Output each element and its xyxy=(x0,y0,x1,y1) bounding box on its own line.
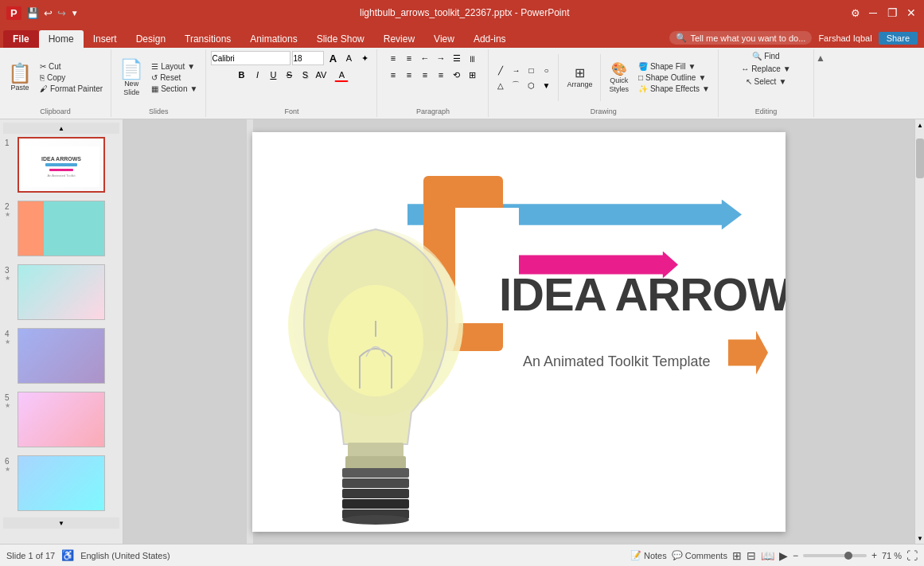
tell-me-label: Tell me what you want to do... xyxy=(690,33,805,43)
strikethrough-button[interactable]: S xyxy=(282,68,296,82)
slide-sorter-button[interactable]: ⊟ xyxy=(747,549,756,562)
tab-file[interactable]: File xyxy=(3,30,39,48)
zoom-in-button[interactable]: + xyxy=(871,550,877,561)
tab-view[interactable]: View xyxy=(424,30,464,48)
editing-label: Editing xyxy=(755,107,778,115)
replace-button[interactable]: ↔ Replace ▼ xyxy=(738,64,794,74)
close-button[interactable]: ✕ xyxy=(905,6,918,19)
align-left-button[interactable]: ≡ xyxy=(386,68,400,82)
reset-button[interactable]: ↺ Reset xyxy=(148,72,201,83)
justify-button[interactable]: ≡ xyxy=(434,68,448,82)
scroll-thumb[interactable] xyxy=(916,139,924,178)
slide-item[interactable]: 1 IDEA ARROWS An Animated Toolkit xyxy=(3,135,119,194)
shape-arrow-icon[interactable]: → xyxy=(509,63,523,77)
columns-button[interactable]: ⫼ xyxy=(466,51,480,65)
shape-outline-button[interactable]: □ Shape Outline ▼ xyxy=(635,72,713,83)
shape-line-icon[interactable]: ╱ xyxy=(493,63,508,77)
tab-design[interactable]: Design xyxy=(127,30,175,48)
accessibility-icon[interactable]: ♿ xyxy=(61,549,74,561)
clear-format-button[interactable]: ✦ xyxy=(357,51,372,65)
align-right-button[interactable]: ≡ xyxy=(418,68,432,82)
quick-save-icon[interactable]: 💾 xyxy=(26,7,39,19)
tab-transitions[interactable]: Transitions xyxy=(175,30,240,48)
copy-button[interactable]: ⎘ Copy xyxy=(37,72,106,83)
slide-item[interactable]: 6 ★ xyxy=(3,454,119,513)
decrease-indent-button[interactable]: ← xyxy=(418,51,432,65)
format-painter-button[interactable]: 🖌 Format Painter xyxy=(37,84,106,94)
shape-polygon-icon[interactable]: ⬡ xyxy=(524,78,538,92)
tab-addins[interactable]: Add-ins xyxy=(464,30,516,48)
increase-indent-button[interactable]: → xyxy=(434,51,448,65)
bullets-button[interactable]: ≡ xyxy=(386,51,400,65)
undo-icon[interactable]: ↩ xyxy=(44,7,53,19)
section-button[interactable]: ▦ Section ▼ xyxy=(148,84,201,94)
scroll-down-arrow[interactable]: ▼ xyxy=(915,533,924,544)
shape-rect-icon[interactable]: □ xyxy=(524,63,538,77)
normal-view-button[interactable]: ⊞ xyxy=(732,549,742,562)
tab-insert[interactable]: Insert xyxy=(84,30,127,48)
paste-button[interactable]: 📋 Paste xyxy=(5,62,35,93)
new-slide-button[interactable]: 📄 New Slide xyxy=(116,58,146,98)
notes-button[interactable]: 📝 Notes xyxy=(630,550,667,560)
tell-me-box[interactable]: 🔍 Tell me what you want to do... xyxy=(669,31,812,45)
customize-qat-icon[interactable]: ▼ xyxy=(71,9,79,18)
cut-button[interactable]: ✂ Cut xyxy=(37,61,106,72)
smartart-button[interactable]: ⊞ xyxy=(466,68,480,82)
font-name-input[interactable] xyxy=(211,51,290,65)
slide-panel-scroll-up[interactable]: ▲ xyxy=(3,123,119,134)
find-button[interactable]: 🔍 Find xyxy=(749,51,782,61)
text-direction-button[interactable]: ⟲ xyxy=(450,68,464,82)
shape-fill-button[interactable]: 🪣 Shape Fill ▼ xyxy=(635,61,713,72)
tab-animations[interactable]: Animations xyxy=(240,30,306,48)
numbering-button[interactable]: ≡ xyxy=(402,51,416,65)
fit-slide-button[interactable]: ⛶ xyxy=(906,549,918,562)
font-color-button[interactable]: A xyxy=(334,68,349,82)
comments-button[interactable]: 💬 Comments xyxy=(672,550,727,560)
tab-home[interactable]: Home xyxy=(39,30,84,48)
shrink-font-button[interactable]: A xyxy=(341,51,356,65)
quick-styles-button[interactable]: 🎨 Quick Styles xyxy=(606,61,632,95)
shape-curve-icon[interactable]: ⌒ xyxy=(509,78,523,92)
shape-oval-icon[interactable]: ○ xyxy=(539,63,553,77)
shadow-button[interactable]: S xyxy=(298,68,312,82)
slide-item[interactable]: 5 ★ xyxy=(3,390,119,449)
align-center-button[interactable]: ≡ xyxy=(402,68,416,82)
grow-font-button[interactable]: A xyxy=(326,51,340,65)
minimize-button[interactable]: ─ xyxy=(867,6,879,19)
tab-review[interactable]: Review xyxy=(374,30,424,48)
font-size-input[interactable] xyxy=(292,51,324,65)
presenter-view-button[interactable]: ▶ xyxy=(779,549,788,562)
select-button[interactable]: ↖ Select ▼ xyxy=(743,76,790,87)
orange-right-arrow[interactable] xyxy=(728,331,768,375)
slide-panel-scroll-down[interactable]: ▼ xyxy=(3,517,119,529)
restore-button[interactable]: ❐ xyxy=(886,6,899,19)
shape-effects-button[interactable]: ✨ Shape Effects ▼ xyxy=(635,84,713,94)
zoom-out-button[interactable]: − xyxy=(793,550,798,561)
share-button[interactable]: Share xyxy=(879,32,918,45)
slide-canvas[interactable]: IDEA ARROWS An Animated Toolkit Template xyxy=(252,132,786,532)
char-spacing-button[interactable]: AV xyxy=(314,68,328,82)
zoom-slider[interactable] xyxy=(803,554,867,557)
arrange-button[interactable]: ⊞ Arrange xyxy=(563,65,595,90)
slide-item[interactable]: 3 ★ xyxy=(3,263,119,322)
tab-slideshow[interactable]: Slide Show xyxy=(307,30,374,48)
ribbon-collapse-button[interactable]: ▲ xyxy=(814,49,827,117)
svg-rect-8 xyxy=(342,489,409,498)
zoom-level[interactable]: 71 % xyxy=(882,551,902,560)
scroll-up-arrow[interactable]: ▲ xyxy=(915,119,924,131)
slide-panel[interactable]: ▲ 1 IDEA ARROWS An Animated Toolkit xyxy=(0,119,123,544)
shapes-more-button[interactable]: ▼ xyxy=(539,78,553,92)
layout-button[interactable]: ☰ Layout ▼ xyxy=(148,61,201,72)
slide-item[interactable]: 2 ★ xyxy=(3,199,119,258)
line-spacing-button[interactable]: ☰ xyxy=(450,51,464,65)
bold-button[interactable]: B xyxy=(234,68,248,82)
settings-icon[interactable]: ⚙ xyxy=(851,7,860,19)
shape-triangle-icon[interactable]: △ xyxy=(493,78,508,92)
v-scrollbar[interactable]: ▲ ▼ xyxy=(914,119,924,544)
italic-button[interactable]: I xyxy=(250,68,264,82)
redo-icon[interactable]: ↪ xyxy=(57,7,66,19)
slide-item[interactable]: 4 ★ xyxy=(3,326,119,385)
comments-label: Comments xyxy=(685,551,727,560)
underline-button[interactable]: U xyxy=(266,68,280,82)
reading-view-button[interactable]: 📖 xyxy=(761,549,774,562)
